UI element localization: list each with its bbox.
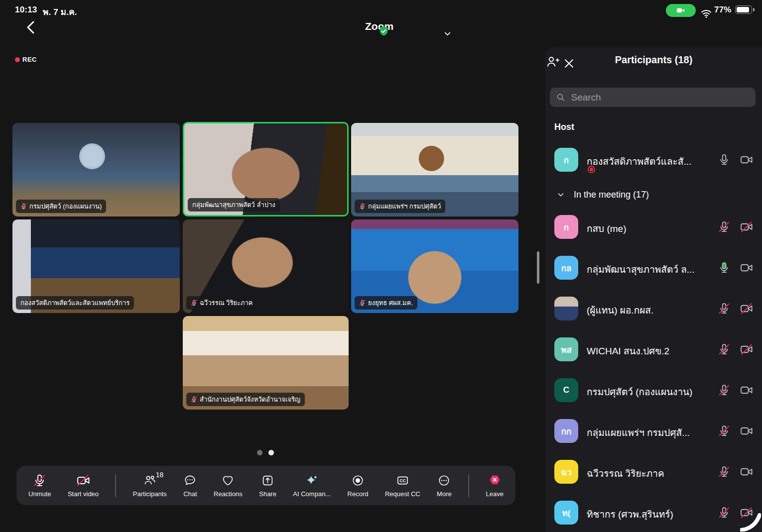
camera-off-icon	[77, 474, 90, 487]
participants-count-badge: 18	[156, 471, 164, 479]
mic-muted-icon[interactable]	[718, 221, 730, 233]
more-button[interactable]: More	[437, 474, 452, 498]
video-tile-active-speaker[interactable]: กลุ่มพัฒนาสุขภาพสัตว์ ลำปาง	[183, 122, 349, 216]
participant-name: กลุ่มแผยแพร่ฯ กรมปศุสั...	[587, 425, 690, 440]
camera-icon[interactable]	[740, 465, 753, 478]
participant-row[interactable]: ท( ทิชากร (ศวพ.สุรินทร์)	[545, 501, 762, 525]
start-video-label: Start video	[68, 490, 99, 498]
participants-label: Participants	[133, 490, 167, 498]
mic-muted-icon[interactable]	[718, 466, 730, 478]
mic-muted-icon	[33, 474, 46, 487]
video-call-icon	[676, 5, 686, 15]
close-icon[interactable]	[563, 57, 575, 70]
muted-mic-icon	[191, 300, 197, 306]
video-tile[interactable]: กรมปศุสัตว์ (กองแผนงาน)	[12, 123, 180, 216]
camera-off-icon[interactable]	[740, 506, 753, 519]
tile-name-text: กรมปศุสัตว์ (กองแผนงาน)	[29, 201, 102, 212]
mic-icon[interactable]	[718, 154, 730, 166]
camera-icon[interactable]	[740, 261, 753, 274]
camera-off-icon[interactable]	[740, 220, 753, 233]
battery-icon	[735, 5, 752, 14]
in-meeting-label: In the meeting (17)	[574, 190, 649, 200]
reactions-button[interactable]: Reactions	[214, 474, 243, 498]
video-tile[interactable]: ฉวีวรรณ วิริยะภาค	[183, 219, 349, 313]
mic-muted-icon[interactable]	[718, 425, 730, 437]
participant-name: ทิชากร (ศวพ.สุรินทร์)	[587, 507, 673, 522]
request-cc-label: Request CC	[385, 490, 420, 498]
tile-name-label: กองสวัสดิภาพสัตว์และสัตวแพทย์บริการ	[16, 296, 134, 310]
participant-row[interactable]: C กรมปศุสัตว์ (กองแผนงาน)	[545, 378, 762, 402]
camera-icon[interactable]	[740, 153, 753, 166]
mic-muted-icon[interactable]	[718, 384, 730, 396]
mic-muted-icon[interactable]	[718, 343, 730, 355]
tile-name-label: กลุ่มพัฒนาสุขภาพสัตว์ ลำปาง	[188, 198, 280, 212]
avatar: พส	[554, 337, 578, 361]
search-icon	[556, 92, 565, 103]
participant-row[interactable]: กล กลุ่มพัฒนาสุขภาพสัตว์ ล...	[545, 256, 762, 280]
start-video-button[interactable]: Start video	[68, 474, 99, 498]
participant-row[interactable]: พส WICHAI สนง.ปศข.2	[545, 337, 762, 361]
record-icon	[351, 474, 365, 487]
camera-icon[interactable]	[740, 384, 753, 397]
page-dot-inactive[interactable]	[257, 450, 262, 455]
unmute-button[interactable]: Unmute	[28, 474, 51, 498]
video-tile[interactable]: ยงยุทธ ศผส.มค.	[351, 219, 518, 313]
reactions-label: Reactions	[214, 490, 243, 498]
leave-button[interactable]: Leave	[486, 474, 504, 498]
participant-name: กสบ (me)	[587, 221, 627, 236]
avatar: ก	[554, 148, 578, 172]
battery-percent: 77%	[714, 5, 732, 15]
room-emblem	[79, 143, 105, 169]
video-tile[interactable]: กลุ่มแผยแพร่ฯ กรมปศุสัตว์	[351, 123, 518, 216]
meeting-info-chevron-icon[interactable]	[443, 29, 452, 38]
mic-active-icon[interactable]	[718, 262, 730, 274]
camera-off-icon[interactable]	[740, 343, 753, 356]
participant-row[interactable]: ก กสบ (me)	[545, 215, 762, 239]
participants-icon: 18	[143, 474, 156, 487]
page-dot-active[interactable]	[268, 450, 274, 455]
add-participant-icon[interactable]	[546, 55, 560, 69]
participant-row-host[interactable]: ก กองสวัสดิภาพสัตว์และสั...	[545, 148, 762, 172]
camera-off-icon[interactable]	[740, 302, 753, 315]
video-tile[interactable]: สำนักงานปศุสัตว์จังหวัดอำนาจเจริญ	[183, 316, 349, 410]
participants-button[interactable]: 18 Participants	[133, 474, 167, 498]
participant-row[interactable]: ฉว ฉวีวรรณ วิริยะภาค	[545, 460, 762, 484]
tile-name-label: กรมปศุสัตว์ (กองแผนงาน)	[16, 200, 106, 213]
tile-name-text: ฉวีวรรณ วิริยะภาค	[200, 298, 253, 308]
scrollbar[interactable]	[537, 251, 539, 284]
video-tile[interactable]: กองสวัสดิภาพสัตว์และสัตวแพทย์บริการ	[12, 219, 180, 313]
mic-muted-icon[interactable]	[718, 507, 730, 519]
share-button[interactable]: Share	[259, 474, 276, 498]
participant-name: กองสวัสดิภาพสัตว์และสั...	[587, 154, 691, 169]
avatar: C	[554, 378, 578, 402]
camera-icon[interactable]	[740, 425, 753, 437]
tile-name-text: กลุ่มพัฒนาสุขภาพสัตว์ ลำปาง	[192, 200, 275, 210]
more-label: More	[437, 490, 452, 498]
encryption-shield-icon	[378, 25, 389, 37]
unmute-label: Unmute	[28, 490, 51, 498]
host-section-label: Host	[554, 122, 574, 132]
muted-mic-icon	[359, 300, 366, 306]
muted-mic-icon	[359, 203, 366, 210]
in-meeting-section-header[interactable]: In the meeting (17)	[545, 187, 762, 202]
request-cc-button[interactable]: Request CC	[385, 474, 420, 498]
avatar: กก	[554, 419, 578, 443]
back-button[interactable]	[25, 20, 37, 35]
chat-label: Chat	[183, 490, 197, 498]
avatar: ฉว	[554, 460, 578, 484]
participant-name: กรมปศุสัตว์ (กองแผนงาน)	[587, 384, 692, 399]
search-bar[interactable]	[550, 88, 756, 107]
tile-name-text: กลุ่มแผยแพร่ฯ กรมปศุสัตว์	[368, 201, 441, 212]
tile-name-label: กลุ่มแผยแพร่ฯ กรมปศุสัตว์	[355, 200, 445, 213]
record-button[interactable]: Record	[348, 474, 369, 498]
chat-button[interactable]: Chat	[183, 474, 197, 498]
ai-companion-button[interactable]: AI Compan...	[293, 474, 331, 498]
sparkle-icon	[305, 474, 319, 487]
mic-muted-icon[interactable]	[718, 303, 730, 315]
participant-row[interactable]: กก กลุ่มแผยแพร่ฯ กรมปศุสั...	[545, 419, 762, 443]
screen-video-indicator-pill[interactable]	[666, 4, 696, 17]
search-input[interactable]	[570, 92, 750, 104]
share-label: Share	[259, 490, 276, 498]
participants-panel: Participants (18) Host ก กองสวัสดิภาพสัต…	[545, 47, 762, 532]
participant-row[interactable]: (ผู้แทน) ผอ.กผส.	[545, 297, 762, 320]
